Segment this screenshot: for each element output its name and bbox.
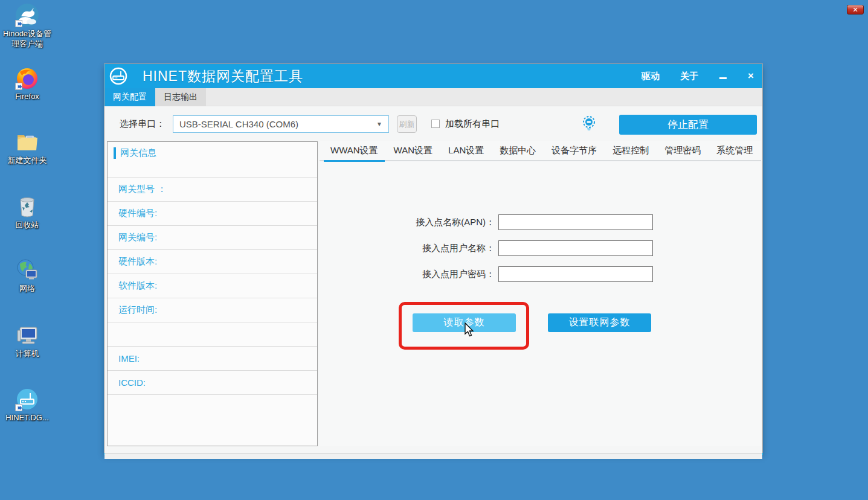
desktop-icon-label: 回收站 bbox=[1, 220, 54, 231]
desktop-icon-firefox[interactable]: Firefox bbox=[0, 66, 54, 102]
desktop-icon-label: HINET.DG... bbox=[1, 413, 54, 423]
about-menu-item[interactable]: 关于 bbox=[680, 71, 698, 82]
tab-gateway-config[interactable]: 网关配置 bbox=[104, 88, 155, 106]
field-gateway-model: 网关型号 ： bbox=[108, 178, 317, 202]
tab-log-output[interactable]: 日志输出 bbox=[155, 88, 206, 106]
field-hardware-version: 硬件版本: bbox=[108, 250, 317, 274]
main-content: 网关信息 网关型号 ： 硬件编号: 网关编号: 硬件版本: 软件版本: 运行时间… bbox=[104, 141, 762, 453]
settings-tabstrip: WWAN设置 WAN设置 LAN设置 数据中心 设备字节序 远程控制 管理密码 … bbox=[320, 141, 761, 161]
apn-username-input[interactable] bbox=[498, 240, 653, 256]
computer-icon bbox=[15, 323, 39, 347]
refresh-button[interactable]: 刷新 bbox=[397, 115, 417, 133]
stop-config-button[interactable]: 停止配置 bbox=[619, 115, 757, 135]
desktop-icon-label: Hinode设备管理客户端 bbox=[1, 29, 54, 50]
driver-menu-item[interactable]: 驱动 bbox=[641, 71, 660, 82]
desktop-icon-network[interactable]: 网络 bbox=[0, 258, 54, 294]
tab-wan-settings[interactable]: WAN设置 bbox=[386, 141, 440, 161]
screen-close-button[interactable]: ✕ bbox=[847, 5, 864, 14]
set-network-params-button[interactable]: 设置联网参数 bbox=[548, 313, 651, 332]
app-router-icon bbox=[109, 67, 127, 85]
folder-icon bbox=[15, 130, 39, 154]
apn-password-label: 接入点用户密码： bbox=[393, 269, 495, 280]
recycle-bin-icon bbox=[15, 194, 39, 219]
field-empty bbox=[108, 322, 317, 347]
field-uptime: 运行时间: bbox=[108, 298, 317, 322]
field-hardware-number: 硬件编号: bbox=[108, 202, 317, 226]
window-close-button[interactable]: × bbox=[748, 70, 754, 82]
shortcut-arrow-icon bbox=[15, 20, 22, 27]
tab-wwan-settings[interactable]: WWAN设置 bbox=[323, 141, 386, 161]
desktop-icon-hinode-client[interactable]: Hinode设备管理客户端 bbox=[0, 3, 54, 50]
desktop-icon-hinet-dg[interactable]: HINET.DG... bbox=[0, 387, 54, 423]
minimize-button[interactable] bbox=[719, 72, 727, 80]
tab-lan-settings[interactable]: LAN设置 bbox=[440, 141, 492, 161]
hint-bulb-icon bbox=[581, 115, 597, 132]
window-title: HINET数据网关配置工具 bbox=[143, 67, 303, 86]
tab-admin-password[interactable]: 管理密码 bbox=[657, 141, 709, 161]
tab-byte-order[interactable]: 设备字节序 bbox=[544, 141, 605, 161]
shortcut-arrow-icon bbox=[15, 83, 22, 90]
desktop-icon-label: 计算机 bbox=[1, 349, 54, 359]
field-imei: IMEI: bbox=[108, 347, 317, 371]
serial-port-select[interactable]: USB-SERIAL CH340 (COM6) ▼ bbox=[173, 115, 389, 133]
shortcut-arrow-icon bbox=[15, 404, 22, 411]
desktop-icon-label: Firefox bbox=[1, 92, 54, 102]
desktop: Hinode设备管理客户端 Firefox bbox=[0, 0, 868, 500]
load-all-ports-checkbox[interactable] bbox=[431, 120, 440, 128]
chevron-down-icon: ▼ bbox=[376, 121, 382, 127]
gateway-info-title: 网关信息 bbox=[120, 147, 156, 159]
desktop-icon-label: 新建文件夹 bbox=[1, 156, 54, 166]
hinode-client-icon bbox=[15, 3, 39, 27]
tab-remote-control[interactable]: 远程控制 bbox=[605, 141, 657, 161]
tab-system-management[interactable]: 系统管理 bbox=[709, 141, 760, 161]
read-params-button[interactable]: 读取参数 bbox=[413, 313, 516, 332]
apn-label: 接入点名称(APN)： bbox=[393, 217, 495, 228]
desktop-icon-new-folder[interactable]: 新建文件夹 bbox=[0, 130, 54, 166]
apn-username-label: 接入点用户名称： bbox=[393, 243, 495, 254]
tab-data-center[interactable]: 数据中心 bbox=[492, 141, 544, 161]
serial-port-row: 选择串口： USB-SERIAL CH340 (COM6) ▼ 刷新 加载所有串… bbox=[104, 106, 762, 141]
gateway-info-header: 网关信息 bbox=[108, 142, 317, 178]
window-bottom-strip bbox=[104, 453, 762, 459]
accent-bar bbox=[114, 147, 116, 159]
field-software-version: 软件版本: bbox=[108, 274, 317, 298]
titlebar: HINET数据网关配置工具 驱动 关于 × bbox=[104, 64, 762, 88]
desktop-icon-computer[interactable]: 计算机 bbox=[0, 323, 54, 359]
app-window: HINET数据网关配置工具 驱动 关于 × 网关配置 日志输出 选择串口： US… bbox=[104, 63, 763, 453]
main-tabstrip: 网关配置 日志输出 bbox=[104, 88, 762, 106]
panel-filler bbox=[108, 395, 317, 446]
network-icon bbox=[15, 258, 39, 282]
serial-port-label: 选择串口： bbox=[120, 118, 165, 130]
desktop-icon-recycle-bin[interactable]: 回收站 bbox=[0, 194, 54, 231]
field-gateway-number: 网关编号: bbox=[108, 226, 317, 250]
firefox-icon bbox=[15, 66, 39, 90]
hinet-dg-icon bbox=[15, 387, 39, 411]
serial-port-value: USB-SERIAL CH340 (COM6) bbox=[179, 119, 376, 129]
apn-password-input[interactable] bbox=[498, 266, 653, 282]
load-all-ports-label: 加载所有串口 bbox=[445, 118, 500, 130]
desktop-icon-label: 网络 bbox=[1, 284, 54, 294]
gateway-info-panel: 网关信息 网关型号 ： 硬件编号: 网关编号: 硬件版本: 软件版本: 运行时间… bbox=[107, 141, 318, 446]
field-iccid: ICCID: bbox=[108, 371, 317, 395]
settings-panel: WWAN设置 WAN设置 LAN设置 数据中心 设备字节序 远程控制 管理密码 … bbox=[320, 141, 761, 446]
apn-input[interactable] bbox=[498, 214, 653, 230]
